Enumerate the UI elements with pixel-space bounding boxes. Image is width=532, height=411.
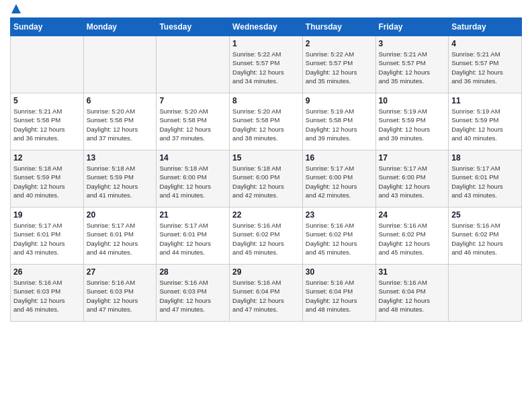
- table-row: [449, 265, 522, 322]
- table-row: 30Sunrise: 5:16 AM Sunset: 6:04 PM Dayli…: [302, 265, 375, 322]
- day-detail: Sunrise: 5:20 AM Sunset: 5:58 PM Dayligh…: [87, 107, 154, 142]
- logo: [10, 7, 21, 13]
- day-detail: Sunrise: 5:16 AM Sunset: 6:04 PM Dayligh…: [232, 278, 300, 314]
- day-detail: Sunrise: 5:20 AM Sunset: 5:58 PM Dayligh…: [232, 107, 300, 142]
- table-row: 19Sunrise: 5:17 AM Sunset: 6:01 PM Dayli…: [11, 208, 84, 265]
- day-number: 10: [379, 96, 446, 105]
- day-number: 23: [306, 210, 373, 220]
- table-row: 14Sunrise: 5:18 AM Sunset: 6:00 PM Dayli…: [157, 150, 230, 208]
- day-number: 15: [232, 153, 300, 163]
- table-row: 9Sunrise: 5:19 AM Sunset: 5:58 PM Daylig…: [302, 93, 375, 150]
- day-number: 7: [159, 96, 226, 105]
- day-detail: Sunrise: 5:16 AM Sunset: 6:02 PM Dayligh…: [306, 221, 373, 257]
- table-row: 1Sunrise: 5:22 AM Sunset: 5:57 PM Daylig…: [230, 36, 303, 93]
- day-number: 20: [87, 210, 154, 220]
- day-detail: Sunrise: 5:18 AM Sunset: 5:59 PM Dayligh…: [13, 164, 81, 199]
- day-number: 18: [451, 153, 519, 163]
- table-row: [11, 36, 84, 93]
- day-detail: Sunrise: 5:17 AM Sunset: 6:00 PM Dayligh…: [306, 164, 373, 199]
- day-number: 9: [306, 96, 373, 105]
- day-detail: Sunrise: 5:19 AM Sunset: 5:58 PM Dayligh…: [306, 107, 373, 142]
- day-number: 4: [451, 39, 519, 48]
- day-detail: Sunrise: 5:18 AM Sunset: 6:00 PM Dayligh…: [232, 164, 300, 199]
- day-number: 13: [87, 153, 154, 163]
- table-row: 20Sunrise: 5:17 AM Sunset: 6:01 PM Dayli…: [83, 208, 157, 265]
- day-number: 11: [451, 96, 519, 105]
- day-number: 5: [13, 96, 81, 105]
- day-number: 28: [159, 267, 226, 277]
- table-row: 18Sunrise: 5:17 AM Sunset: 6:01 PM Dayli…: [449, 150, 522, 208]
- day-detail: Sunrise: 5:17 AM Sunset: 6:01 PM Dayligh…: [451, 164, 519, 199]
- weekday-header-monday: Monday: [83, 18, 157, 36]
- day-number: 6: [87, 96, 154, 105]
- table-row: [83, 36, 157, 93]
- table-row: 24Sunrise: 5:16 AM Sunset: 6:02 PM Dayli…: [375, 208, 449, 265]
- day-detail: Sunrise: 5:18 AM Sunset: 5:59 PM Dayligh…: [87, 164, 154, 199]
- table-row: 12Sunrise: 5:18 AM Sunset: 5:59 PM Dayli…: [11, 150, 84, 208]
- table-row: 21Sunrise: 5:17 AM Sunset: 6:01 PM Dayli…: [157, 208, 230, 265]
- day-detail: Sunrise: 5:16 AM Sunset: 6:03 PM Dayligh…: [159, 278, 226, 314]
- weekday-header-wednesday: Wednesday: [230, 18, 303, 36]
- svg-marker-0: [11, 4, 21, 13]
- table-row: 15Sunrise: 5:18 AM Sunset: 6:00 PM Dayli…: [230, 150, 303, 208]
- day-detail: Sunrise: 5:21 AM Sunset: 5:58 PM Dayligh…: [13, 107, 81, 142]
- day-detail: Sunrise: 5:17 AM Sunset: 6:01 PM Dayligh…: [87, 221, 154, 257]
- day-detail: Sunrise: 5:19 AM Sunset: 5:59 PM Dayligh…: [379, 107, 446, 142]
- table-row: 27Sunrise: 5:16 AM Sunset: 6:03 PM Dayli…: [83, 265, 157, 322]
- weekday-header-friday: Friday: [375, 18, 449, 36]
- table-row: 25Sunrise: 5:16 AM Sunset: 6:02 PM Dayli…: [449, 208, 522, 265]
- day-detail: Sunrise: 5:16 AM Sunset: 6:02 PM Dayligh…: [232, 221, 300, 257]
- table-row: 7Sunrise: 5:20 AM Sunset: 5:58 PM Daylig…: [157, 93, 230, 150]
- logo-triangle-icon: [11, 4, 21, 13]
- table-row: 2Sunrise: 5:22 AM Sunset: 5:57 PM Daylig…: [302, 36, 375, 93]
- header: [10, 7, 522, 13]
- day-number: 8: [232, 96, 300, 105]
- calendar-table: SundayMondayTuesdayWednesdayThursdayFrid…: [10, 17, 522, 322]
- day-number: 16: [306, 153, 373, 163]
- table-row: 6Sunrise: 5:20 AM Sunset: 5:58 PM Daylig…: [83, 93, 157, 150]
- day-detail: Sunrise: 5:16 AM Sunset: 6:04 PM Dayligh…: [379, 278, 446, 314]
- day-number: 25: [451, 210, 519, 220]
- day-number: 3: [379, 39, 446, 48]
- table-row: 22Sunrise: 5:16 AM Sunset: 6:02 PM Dayli…: [230, 208, 303, 265]
- day-detail: Sunrise: 5:21 AM Sunset: 5:57 PM Dayligh…: [451, 50, 519, 85]
- day-detail: Sunrise: 5:17 AM Sunset: 6:00 PM Dayligh…: [379, 164, 446, 199]
- day-detail: Sunrise: 5:17 AM Sunset: 6:01 PM Dayligh…: [13, 221, 81, 257]
- day-detail: Sunrise: 5:18 AM Sunset: 6:00 PM Dayligh…: [159, 164, 226, 199]
- day-number: 31: [379, 267, 446, 277]
- day-detail: Sunrise: 5:16 AM Sunset: 6:02 PM Dayligh…: [379, 221, 446, 257]
- weekday-header-tuesday: Tuesday: [157, 18, 230, 36]
- table-row: 8Sunrise: 5:20 AM Sunset: 5:58 PM Daylig…: [230, 93, 303, 150]
- day-number: 27: [87, 267, 154, 277]
- day-detail: Sunrise: 5:21 AM Sunset: 5:57 PM Dayligh…: [379, 50, 446, 85]
- weekday-header-sunday: Sunday: [11, 18, 84, 36]
- day-detail: Sunrise: 5:22 AM Sunset: 5:57 PM Dayligh…: [306, 50, 373, 85]
- table-row: 29Sunrise: 5:16 AM Sunset: 6:04 PM Dayli…: [230, 265, 303, 322]
- day-number: 12: [13, 153, 81, 163]
- day-number: 26: [13, 267, 81, 277]
- table-row: [157, 36, 230, 93]
- day-number: 22: [232, 210, 300, 220]
- table-row: 26Sunrise: 5:16 AM Sunset: 6:03 PM Dayli…: [11, 265, 84, 322]
- weekday-header-saturday: Saturday: [449, 18, 522, 36]
- weekday-header-thursday: Thursday: [302, 18, 375, 36]
- day-detail: Sunrise: 5:20 AM Sunset: 5:58 PM Dayligh…: [159, 107, 226, 142]
- table-row: 28Sunrise: 5:16 AM Sunset: 6:03 PM Dayli…: [157, 265, 230, 322]
- table-row: 23Sunrise: 5:16 AM Sunset: 6:02 PM Dayli…: [302, 208, 375, 265]
- day-detail: Sunrise: 5:17 AM Sunset: 6:01 PM Dayligh…: [159, 221, 226, 257]
- day-detail: Sunrise: 5:19 AM Sunset: 5:59 PM Dayligh…: [451, 107, 519, 142]
- table-row: 31Sunrise: 5:16 AM Sunset: 6:04 PM Dayli…: [375, 265, 449, 322]
- day-detail: Sunrise: 5:16 AM Sunset: 6:02 PM Dayligh…: [451, 221, 519, 257]
- day-detail: Sunrise: 5:16 AM Sunset: 6:03 PM Dayligh…: [87, 278, 154, 314]
- day-number: 14: [159, 153, 226, 163]
- table-row: 16Sunrise: 5:17 AM Sunset: 6:00 PM Dayli…: [302, 150, 375, 208]
- day-number: 29: [232, 267, 300, 277]
- day-number: 30: [306, 267, 373, 277]
- day-number: 1: [232, 39, 300, 48]
- day-number: 21: [159, 210, 226, 220]
- table-row: 4Sunrise: 5:21 AM Sunset: 5:57 PM Daylig…: [449, 36, 522, 93]
- day-detail: Sunrise: 5:16 AM Sunset: 6:03 PM Dayligh…: [13, 278, 81, 314]
- day-detail: Sunrise: 5:16 AM Sunset: 6:04 PM Dayligh…: [306, 278, 373, 314]
- day-detail: Sunrise: 5:22 AM Sunset: 5:57 PM Dayligh…: [232, 50, 300, 85]
- day-number: 19: [13, 210, 81, 220]
